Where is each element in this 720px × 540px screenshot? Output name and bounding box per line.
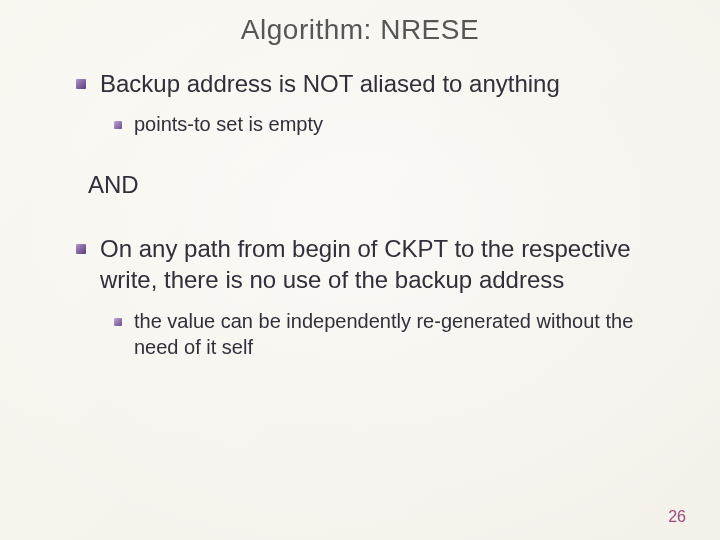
bullet-level2: the value can be independently re-genera… <box>114 308 670 360</box>
page-number: 26 <box>668 508 686 526</box>
bullet-square-icon <box>114 318 122 326</box>
bullet-text: points-to set is empty <box>134 111 670 137</box>
bullet-text: On any path from begin of CKPT to the re… <box>100 233 670 295</box>
bullet-square-icon <box>76 79 86 89</box>
bullet-text: the value can be independently re-genera… <box>134 308 670 360</box>
bullet-square-icon <box>114 121 122 129</box>
bullet-level1: On any path from begin of CKPT to the re… <box>76 233 670 295</box>
slide: Algorithm: NRESE Backup address is NOT a… <box>0 0 720 540</box>
slide-title: Algorithm: NRESE <box>50 14 670 46</box>
bullet-square-icon <box>76 244 86 254</box>
bullet-level2: points-to set is empty <box>114 111 670 137</box>
bullet-text: Backup address is NOT aliased to anythin… <box>100 68 670 99</box>
and-connector: AND <box>88 171 670 199</box>
bullet-level1: Backup address is NOT aliased to anythin… <box>76 68 670 99</box>
